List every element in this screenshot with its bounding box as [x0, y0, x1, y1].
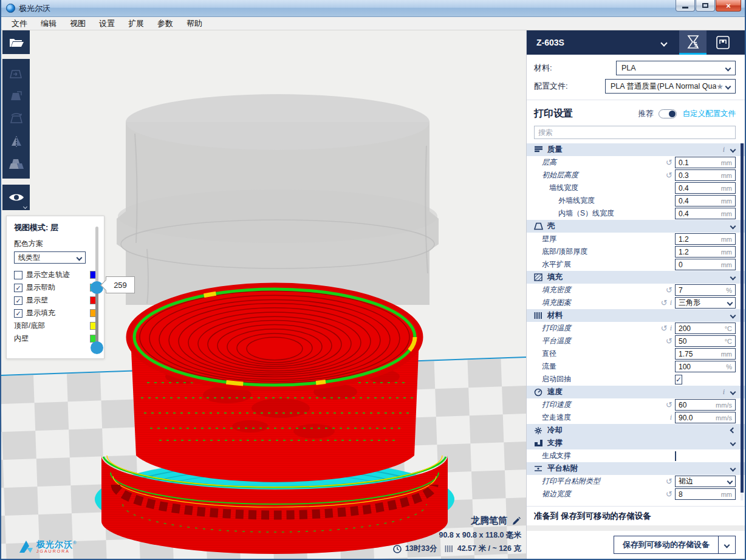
setting-input[interactable]: mm [675, 182, 736, 194]
value-input[interactable] [679, 235, 721, 244]
settings-search[interactable] [534, 126, 736, 139]
machine-name[interactable]: Z-603S [536, 38, 564, 47]
menu-help[interactable]: 帮助 [180, 17, 209, 30]
generate-support-checkbox[interactable] [675, 451, 676, 461]
value-input[interactable] [679, 197, 721, 205]
scale-tool-button[interactable] [2, 85, 30, 108]
settings-scrollbar[interactable] [741, 143, 744, 500]
section-cooling[interactable]: 冷却 [527, 424, 745, 437]
mode-toggle[interactable] [659, 109, 677, 118]
menu-file[interactable]: 文件 [5, 17, 34, 30]
layer-slider-handle-bottom[interactable] [91, 341, 103, 354]
menu-extensions[interactable]: 扩展 [121, 17, 151, 30]
setting-input[interactable]: mm [675, 195, 736, 207]
section-material[interactable]: 材料 [527, 309, 745, 322]
section-quality[interactable]: 质量 i [527, 143, 745, 156]
section-adhesion[interactable]: 平台粘附 [527, 462, 745, 475]
setting-input[interactable]: °C [675, 323, 736, 334]
show-travels-checkbox[interactable] [14, 271, 22, 279]
tab-prepare-slice[interactable] [679, 30, 707, 55]
save-to-removable-button[interactable]: 保存到可移动的存储设备 [614, 536, 736, 554]
menu-parameters[interactable]: 参数 [151, 17, 180, 30]
close-button[interactable]: × [716, 0, 741, 12]
value-input[interactable] [679, 286, 726, 295]
rotate-tool-button[interactable] [2, 108, 30, 130]
value-input[interactable] [679, 337, 725, 346]
value-input[interactable] [679, 324, 725, 333]
setting-input[interactable]: % [675, 361, 736, 372]
setting-input[interactable]: mm [675, 169, 736, 181]
value-input[interactable] [679, 490, 721, 499]
minimize-button[interactable] [676, 0, 695, 12]
custom-profile-link[interactable]: 自定义配置文件 [683, 109, 736, 119]
reset-icon[interactable]: ↺ [661, 298, 668, 307]
info-icon[interactable]: i [670, 413, 672, 422]
reset-icon[interactable]: ↺ [666, 477, 672, 486]
titlebar[interactable]: 极光尔沃 × [1, 0, 745, 17]
setting-input[interactable]: mm [675, 157, 736, 168]
settings-search-input[interactable] [535, 128, 735, 137]
reset-icon[interactable]: ↺ [666, 158, 672, 167]
value-input[interactable] [679, 401, 716, 409]
move-tool-button[interactable] [2, 63, 30, 85]
mirror-tool-button[interactable] [2, 130, 30, 152]
view-options-button[interactable] [2, 185, 30, 210]
maximize-button[interactable] [696, 0, 715, 12]
setting-input[interactable]: °C [675, 335, 736, 347]
open-file-button[interactable] [2, 30, 30, 54]
reset-icon[interactable]: ↺ [666, 490, 672, 499]
setting-input[interactable]: mm/s [675, 399, 736, 411]
value-input[interactable] [679, 210, 721, 218]
per-model-settings-button[interactable] [2, 152, 30, 175]
section-support[interactable]: 支撑 [527, 437, 745, 449]
layer-slider-range[interactable] [95, 287, 98, 347]
setting-input[interactable]: mm [675, 246, 736, 258]
setting-input[interactable]: mm [675, 259, 736, 270]
menu-edit[interactable]: 编辑 [34, 17, 63, 30]
value-input[interactable] [679, 248, 721, 256]
edit-pencil-icon[interactable] [512, 516, 521, 526]
value-input[interactable] [679, 350, 721, 358]
reset-icon[interactable]: ↺ [666, 336, 672, 346]
info-icon[interactable]: i [723, 145, 725, 154]
profile-select[interactable]: PLA 普通质量(PLA Normal Qua ★ [605, 79, 736, 94]
reset-icon[interactable]: ↺ [666, 400, 672, 409]
tab-monitor[interactable] [709, 30, 736, 55]
chevron-down-icon[interactable] [660, 39, 667, 46]
layer-slider-track[interactable] [95, 227, 98, 287]
setting-input[interactable]: mm [675, 348, 736, 360]
section-shell[interactable]: 壳 [527, 220, 745, 233]
info-icon[interactable]: i [723, 388, 725, 397]
value-input[interactable] [679, 363, 726, 371]
section-infill[interactable]: 填充 [527, 271, 745, 284]
value-input[interactable] [679, 171, 721, 180]
color-scheme-select[interactable]: 线类型 [14, 251, 86, 264]
reset-icon[interactable]: ↺ [666, 285, 672, 295]
setting-input[interactable]: mm [675, 488, 736, 500]
retraction-checkbox[interactable] [675, 375, 682, 384]
value-input[interactable] [679, 261, 721, 269]
setting-select[interactable]: 三角形 [675, 297, 736, 309]
layer-slider[interactable] [91, 227, 103, 355]
menu-settings[interactable]: 设置 [92, 17, 121, 30]
save-options-dropdown[interactable] [718, 536, 735, 553]
setting-input[interactable]: mm [675, 208, 736, 219]
show-helpers-checkbox[interactable] [14, 284, 22, 292]
show-walls-checkbox[interactable] [14, 296, 22, 305]
value-input[interactable] [679, 159, 721, 167]
setting-select[interactable]: 裙边 [675, 476, 736, 487]
setting-input[interactable]: mm/s [675, 412, 736, 423]
menu-view[interactable]: 视图 [63, 17, 92, 30]
scrollbar-thumb[interactable] [741, 143, 744, 493]
section-speed[interactable]: 速度 i [527, 386, 745, 398]
setting-input[interactable]: % [675, 284, 736, 296]
value-input[interactable] [679, 414, 716, 422]
show-infill-checkbox[interactable] [14, 309, 22, 318]
3d-viewport[interactable]: 视图模式: 层 配色方案 线类型 显示空走轨迹 显示帮助 [1, 30, 526, 559]
material-select[interactable]: PLA [616, 61, 736, 75]
info-icon[interactable]: i [670, 298, 672, 307]
info-icon[interactable]: i [670, 324, 672, 333]
value-input[interactable] [679, 184, 721, 193]
3d-model-preview[interactable] [68, 91, 493, 559]
reset-icon[interactable]: ↺ [661, 324, 668, 333]
